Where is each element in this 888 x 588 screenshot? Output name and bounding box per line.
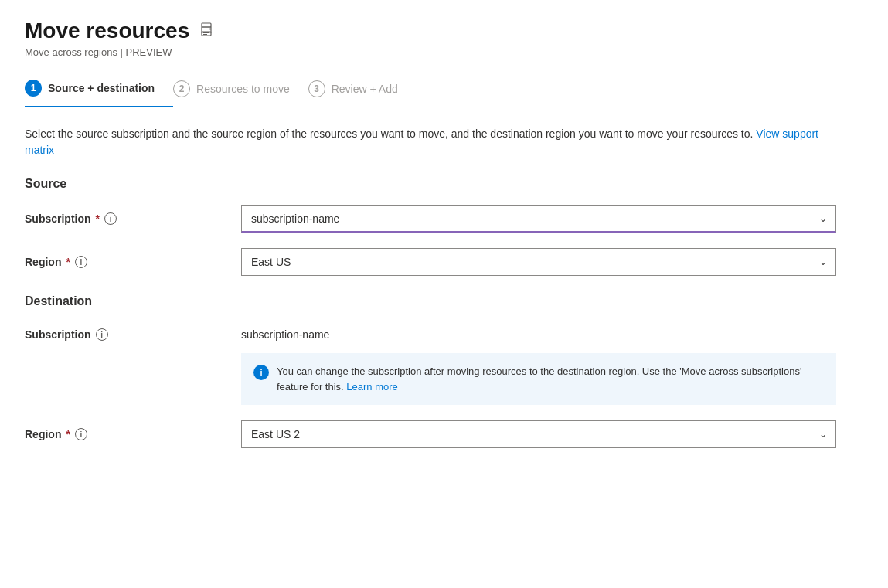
destination-subscription-info-icon[interactable]: i <box>96 328 108 341</box>
destination-region-wrapper: East US 2 West US West US 2 East US Cent… <box>241 420 836 448</box>
destination-subscription-value: subscription-name <box>241 322 836 347</box>
header-area: Move resources <box>25 19 863 43</box>
source-subscription-label: Subscription * i <box>25 212 241 225</box>
destination-subscription-row: Subscription i subscription-name i You c… <box>25 322 836 405</box>
source-subscription-row: Subscription * i subscription-name ⌄ <box>25 205 836 233</box>
info-banner-icon: i <box>253 365 269 380</box>
source-region-label: Region * i <box>25 256 241 268</box>
destination-section: Destination Subscription i subscription-… <box>25 294 863 448</box>
description-text: Select the source subscription and the s… <box>25 126 836 158</box>
destination-region-select[interactable]: East US 2 West US West US 2 East US Cent… <box>241 420 836 448</box>
step-number-3: 3 <box>308 80 325 97</box>
learn-more-link[interactable]: Learn more <box>346 381 397 393</box>
info-banner-text: You can change the subscription after mo… <box>277 364 824 394</box>
source-subscription-select[interactable]: subscription-name <box>241 205 836 233</box>
wizard-steps: 1 Source + destination 2 Resources to mo… <box>25 80 863 107</box>
destination-region-row: Region * i East US 2 West US West US 2 E… <box>25 420 836 448</box>
page-title: Move resources <box>25 19 189 43</box>
source-region-control: East US West US West US 2 East US 2 Cent… <box>241 248 836 276</box>
source-subscription-wrapper: subscription-name ⌄ <box>241 205 836 233</box>
destination-region-control: East US 2 West US West US 2 East US Cent… <box>241 420 836 448</box>
destination-region-required: * <box>66 428 70 440</box>
source-subscription-required: * <box>96 212 100 225</box>
source-section-header: Source <box>25 177 863 191</box>
wizard-step-2[interactable]: 2 Resources to move <box>173 80 308 107</box>
wizard-step-3[interactable]: 3 Review + Add <box>308 80 417 107</box>
source-section: Source Subscription * i subscription-nam… <box>25 177 863 276</box>
source-region-select[interactable]: East US West US West US 2 East US 2 Cent… <box>241 248 836 276</box>
destination-subscription-label: Subscription i <box>25 322 241 341</box>
step-label-2: Resources to move <box>196 83 290 95</box>
step-number-2: 2 <box>173 80 190 97</box>
source-region-row: Region * i East US West US West US 2 Eas… <box>25 248 836 276</box>
page-container: Move resources Move across regions | PRE… <box>0 0 888 588</box>
source-region-info-icon[interactable]: i <box>75 256 87 268</box>
step-label-3: Review + Add <box>332 83 398 95</box>
destination-subscription-right: subscription-name i You can change the s… <box>241 322 836 405</box>
step-label-1: Source + destination <box>48 82 155 94</box>
svg-rect-2 <box>203 32 209 33</box>
source-subscription-info-icon[interactable]: i <box>104 212 117 225</box>
destination-subscription-info-banner: i You can change the subscription after … <box>241 353 836 405</box>
svg-point-4 <box>209 28 211 29</box>
source-subscription-control: subscription-name ⌄ <box>241 205 836 233</box>
destination-section-header: Destination <box>25 294 863 308</box>
page-subtitle: Move across regions | PREVIEW <box>25 46 863 58</box>
svg-rect-0 <box>202 23 211 27</box>
step-number-1: 1 <box>25 80 42 97</box>
print-icon[interactable] <box>199 22 214 41</box>
wizard-step-1[interactable]: 1 Source + destination <box>25 80 173 107</box>
destination-region-info-icon[interactable]: i <box>75 428 87 440</box>
svg-rect-3 <box>203 34 207 35</box>
source-region-required: * <box>66 256 70 268</box>
source-region-wrapper: East US West US West US 2 East US 2 Cent… <box>241 248 836 276</box>
destination-region-label: Region * i <box>25 428 241 440</box>
